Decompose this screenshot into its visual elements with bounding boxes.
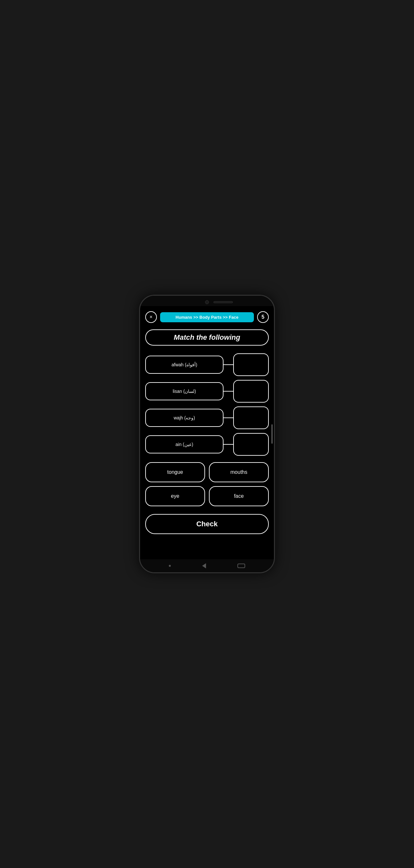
phone-bottom-bar [140, 559, 274, 572]
match-area: afwah (أفواه) lisan (لسان) wajh (وجه) ai… [145, 353, 269, 456]
connector-2 [223, 391, 233, 392]
score-badge: 5 [257, 311, 269, 323]
match-row: lisan (لسان) [145, 380, 269, 403]
match-right-box-4[interactable] [233, 433, 269, 456]
match-right-box-3[interactable] [233, 406, 269, 429]
nav-back-icon[interactable] [202, 563, 206, 568]
match-left-word-3[interactable]: wajh (وجه) [145, 409, 223, 427]
option-face[interactable]: face [209, 486, 269, 506]
match-row: afwah (أفواه) [145, 353, 269, 376]
close-button[interactable]: × [145, 311, 157, 323]
connector-4 [223, 444, 233, 445]
match-right-box-2[interactable] [233, 380, 269, 403]
option-mouths[interactable]: mouths [209, 462, 269, 482]
phone-top-bar [140, 296, 274, 306]
connector-3 [223, 417, 233, 418]
screen-content: × Humans >> Body Parts >> Face 5 Match t… [140, 306, 274, 559]
title-container: Match the following [145, 330, 269, 346]
match-right-box-1[interactable] [233, 353, 269, 376]
speaker-grill [213, 301, 233, 303]
option-tongue[interactable]: tongue [145, 462, 205, 482]
options-row-2: eye face [145, 486, 269, 506]
nav-home-icon[interactable] [237, 563, 245, 568]
breadcrumb-text: Humans >> Body Parts >> Face [165, 315, 249, 320]
page-title: Match the following [152, 333, 262, 342]
phone-frame: × Humans >> Body Parts >> Face 5 Match t… [139, 295, 275, 573]
nav-dot [169, 565, 171, 567]
camera-notch [205, 300, 209, 304]
match-left-word-4[interactable]: ain (عين) [145, 435, 223, 454]
option-eye[interactable]: eye [145, 486, 205, 506]
header: × Humans >> Body Parts >> Face 5 [145, 311, 269, 323]
options-row-1: tongue mouths [145, 462, 269, 482]
check-button[interactable]: Check [145, 514, 269, 534]
connector-1 [223, 364, 233, 365]
breadcrumb-container: Humans >> Body Parts >> Face [160, 312, 254, 322]
match-row: ain (عين) [145, 433, 269, 456]
match-left-word-1[interactable]: afwah (أفواه) [145, 355, 223, 374]
match-row: wajh (وجه) [145, 406, 269, 429]
options-area: tongue mouths eye face [145, 462, 269, 506]
match-left-word-2[interactable]: lisan (لسان) [145, 382, 223, 400]
check-area: Check [145, 514, 269, 534]
scroll-indicator [271, 424, 273, 444]
